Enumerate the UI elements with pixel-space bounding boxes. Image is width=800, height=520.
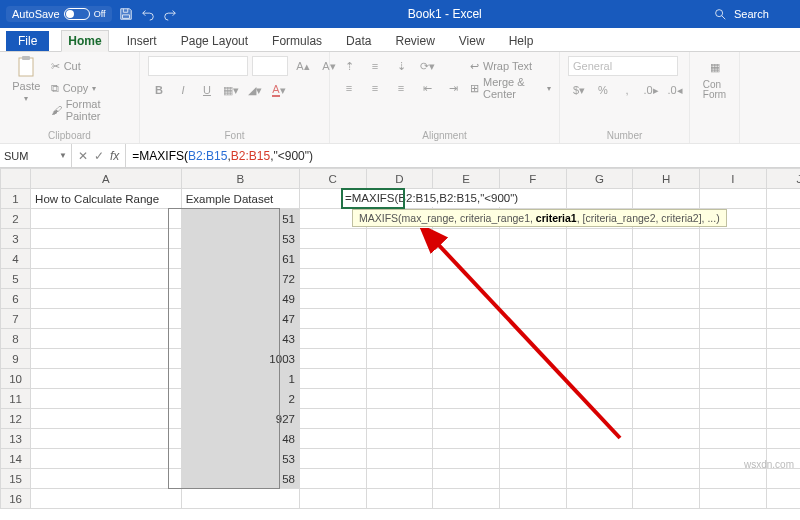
row-header-7[interactable]: 7	[1, 309, 31, 329]
cell[interactable]	[181, 489, 299, 509]
cell[interactable]	[633, 389, 700, 409]
conditional-formatting-button[interactable]: ▦ ConForm	[698, 56, 731, 100]
accounting-format-icon[interactable]: $▾	[568, 80, 590, 100]
cell[interactable]	[499, 469, 566, 489]
row-11[interactable]: 112	[1, 389, 801, 409]
orientation-icon[interactable]: ⟳▾	[416, 56, 438, 76]
cut-button[interactable]: ✂Cut	[51, 56, 131, 76]
cell[interactable]	[499, 449, 566, 469]
cell[interactable]	[699, 429, 766, 449]
cell[interactable]	[699, 249, 766, 269]
cell[interactable]	[566, 249, 633, 269]
select-all-corner[interactable]	[1, 169, 31, 189]
search-icon[interactable]	[712, 6, 728, 22]
row-3[interactable]: 353	[1, 229, 801, 249]
row-10[interactable]: 101	[1, 369, 801, 389]
cell[interactable]: 2	[181, 389, 299, 409]
cell[interactable]	[31, 249, 182, 269]
cell[interactable]	[433, 329, 500, 349]
cell[interactable]	[566, 229, 633, 249]
cell[interactable]	[566, 469, 633, 489]
row-header-13[interactable]: 13	[1, 429, 31, 449]
cell[interactable]	[766, 189, 800, 209]
cell[interactable]	[433, 249, 500, 269]
cell[interactable]	[633, 429, 700, 449]
cell[interactable]	[499, 229, 566, 249]
cell[interactable]	[566, 189, 633, 209]
cell[interactable]	[766, 429, 800, 449]
cell[interactable]	[566, 389, 633, 409]
percent-format-icon[interactable]: %	[592, 80, 614, 100]
row-header-10[interactable]: 10	[1, 369, 31, 389]
row-header-1[interactable]: 1	[1, 189, 31, 209]
decrease-decimal-icon[interactable]: .0◂	[664, 80, 686, 100]
fx-icon[interactable]: fx	[110, 149, 119, 163]
cancel-formula-icon[interactable]: ✕	[78, 149, 88, 163]
cell[interactable]	[699, 289, 766, 309]
col-header-F[interactable]: F	[499, 169, 566, 189]
cell[interactable]	[699, 229, 766, 249]
tab-page-layout[interactable]: Page Layout	[175, 31, 254, 51]
align-top-icon[interactable]: ⇡	[338, 56, 360, 76]
cell[interactable]	[499, 369, 566, 389]
fill-color-button[interactable]: ◢▾	[244, 80, 266, 100]
cell[interactable]	[633, 469, 700, 489]
merge-center-button[interactable]: ⊞Merge & Center▾	[470, 78, 551, 98]
row-9[interactable]: 91003	[1, 349, 801, 369]
cell[interactable]	[766, 269, 800, 289]
cell[interactable]	[499, 289, 566, 309]
wrap-text-button[interactable]: ↩Wrap Text	[470, 56, 551, 76]
cell[interactable]	[566, 309, 633, 329]
cell[interactable]	[366, 429, 433, 449]
cell[interactable]	[366, 229, 433, 249]
cell[interactable]	[31, 409, 182, 429]
cell[interactable]	[366, 489, 433, 509]
cell[interactable]	[31, 209, 182, 229]
cell[interactable]	[433, 289, 500, 309]
row-15[interactable]: 1558	[1, 469, 801, 489]
cell[interactable]	[499, 429, 566, 449]
cell[interactable]: 927	[181, 409, 299, 429]
cell[interactable]	[299, 469, 366, 489]
cell[interactable]	[31, 349, 182, 369]
enter-formula-icon[interactable]: ✓	[94, 149, 104, 163]
cell[interactable]	[499, 389, 566, 409]
cell[interactable]	[633, 289, 700, 309]
cell[interactable]	[766, 489, 800, 509]
font-name-combo[interactable]	[148, 56, 248, 76]
cell[interactable]	[299, 269, 366, 289]
cell[interactable]	[633, 409, 700, 429]
cell[interactable]	[299, 329, 366, 349]
col-header-C[interactable]: C	[299, 169, 366, 189]
cell[interactable]: 72	[181, 269, 299, 289]
col-header-G[interactable]: G	[566, 169, 633, 189]
row-header-6[interactable]: 6	[1, 289, 31, 309]
row-12[interactable]: 12927	[1, 409, 801, 429]
cell[interactable]	[299, 429, 366, 449]
cell[interactable]	[366, 269, 433, 289]
cell[interactable]	[699, 369, 766, 389]
cell[interactable]	[633, 189, 700, 209]
tab-review[interactable]: Review	[389, 31, 440, 51]
tab-home[interactable]: Home	[61, 30, 108, 52]
cell[interactable]	[766, 209, 800, 229]
cell[interactable]	[366, 349, 433, 369]
cell[interactable]	[633, 229, 700, 249]
redo-icon[interactable]	[162, 6, 178, 22]
align-bottom-icon[interactable]: ⇣	[390, 56, 412, 76]
cell[interactable]	[633, 369, 700, 389]
cell[interactable]	[566, 429, 633, 449]
col-header-B[interactable]: B	[181, 169, 299, 189]
cell[interactable]	[433, 369, 500, 389]
increase-indent-icon[interactable]: ⇥	[442, 78, 464, 98]
cell[interactable]	[499, 409, 566, 429]
cell[interactable]	[699, 409, 766, 429]
cell[interactable]	[31, 469, 182, 489]
worksheet-grid[interactable]: A B C D E F G H I J K 1How to Calculate …	[0, 168, 800, 520]
cell[interactable]	[31, 429, 182, 449]
cell[interactable]	[31, 369, 182, 389]
cell[interactable]	[433, 409, 500, 429]
cell[interactable]: 61	[181, 249, 299, 269]
cell[interactable]	[366, 409, 433, 429]
cell[interactable]: 53	[181, 229, 299, 249]
